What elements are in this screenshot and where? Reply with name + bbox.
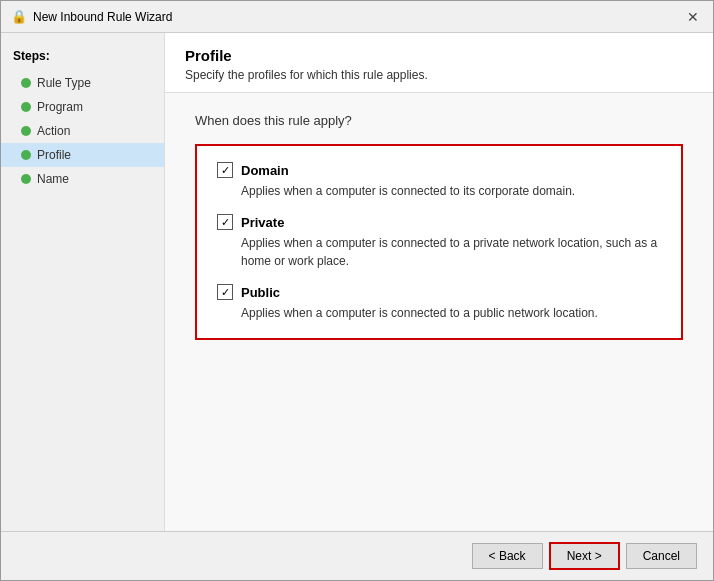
private-checkbox[interactable]: ✓: [217, 214, 233, 230]
dot-icon: [21, 174, 31, 184]
private-label: Private: [241, 215, 284, 230]
dot-icon: [21, 78, 31, 88]
sidebar-item-profile[interactable]: Profile: [1, 143, 164, 167]
sidebar-item-label: Action: [37, 124, 70, 138]
profile-options-box: ✓ Domain Applies when a computer is conn…: [195, 144, 683, 340]
sidebar-item-label: Rule Type: [37, 76, 91, 90]
sidebar-item-program[interactable]: Program: [1, 95, 164, 119]
page-title: Profile: [185, 47, 693, 64]
public-label: Public: [241, 285, 280, 300]
page-subtitle: Specify the profiles for which this rule…: [185, 68, 693, 82]
content-area: Steps: Rule Type Program Action Profile …: [1, 33, 713, 531]
page-header: Profile Specify the profiles for which t…: [165, 33, 713, 93]
bottom-bar: < Back Next > Cancel: [1, 531, 713, 580]
domain-description: Applies when a computer is connected to …: [217, 182, 661, 200]
private-description: Applies when a computer is connected to …: [217, 234, 661, 270]
close-button[interactable]: ✕: [683, 7, 703, 27]
sidebar-item-label: Profile: [37, 148, 71, 162]
sidebar-item-label: Name: [37, 172, 69, 186]
main-panel: Profile Specify the profiles for which t…: [165, 33, 713, 531]
domain-checkbox-row: ✓ Domain: [217, 162, 661, 178]
back-button[interactable]: < Back: [472, 543, 543, 569]
checkmark-icon: ✓: [221, 287, 230, 298]
dot-icon: [21, 126, 31, 136]
sidebar-item-name[interactable]: Name: [1, 167, 164, 191]
profile-option-public: ✓ Public Applies when a computer is conn…: [217, 284, 661, 322]
title-bar-left: 🔒 New Inbound Rule Wizard: [11, 9, 172, 25]
domain-label: Domain: [241, 163, 289, 178]
next-button[interactable]: Next >: [549, 542, 620, 570]
public-description: Applies when a computer is connected to …: [217, 304, 661, 322]
dot-icon: [21, 102, 31, 112]
sidebar-item-action[interactable]: Action: [1, 119, 164, 143]
title-bar: 🔒 New Inbound Rule Wizard ✕: [1, 1, 713, 33]
window-icon: 🔒: [11, 9, 27, 25]
sidebar: Steps: Rule Type Program Action Profile …: [1, 33, 165, 531]
sidebar-item-rule-type[interactable]: Rule Type: [1, 71, 164, 95]
window-title: New Inbound Rule Wizard: [33, 10, 172, 24]
private-checkbox-row: ✓ Private: [217, 214, 661, 230]
sidebar-item-label: Program: [37, 100, 83, 114]
profile-option-private: ✓ Private Applies when a computer is con…: [217, 214, 661, 270]
public-checkbox[interactable]: ✓: [217, 284, 233, 300]
steps-label: Steps:: [1, 45, 164, 71]
main-content: When does this rule apply? ✓ Domain Appl…: [165, 93, 713, 531]
checkmark-icon: ✓: [221, 165, 230, 176]
public-checkbox-row: ✓ Public: [217, 284, 661, 300]
dot-icon: [21, 150, 31, 160]
domain-checkbox[interactable]: ✓: [217, 162, 233, 178]
wizard-window: 🔒 New Inbound Rule Wizard ✕ Steps: Rule …: [0, 0, 714, 581]
cancel-button[interactable]: Cancel: [626, 543, 697, 569]
question-label: When does this rule apply?: [195, 113, 683, 128]
profile-option-domain: ✓ Domain Applies when a computer is conn…: [217, 162, 661, 200]
checkmark-icon: ✓: [221, 217, 230, 228]
